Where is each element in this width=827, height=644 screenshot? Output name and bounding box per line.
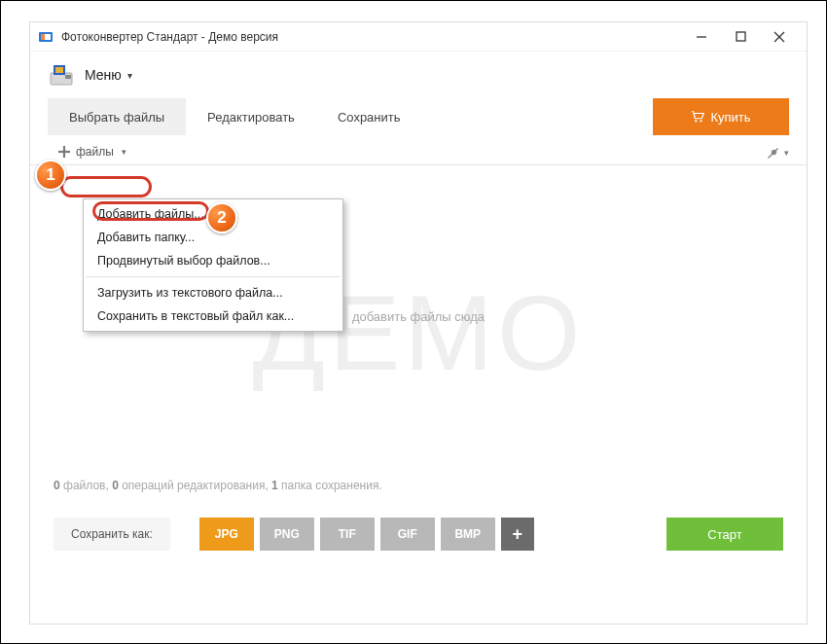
format-gif-button[interactable]: GIF bbox=[380, 518, 435, 551]
files-word: файлов, bbox=[60, 479, 112, 492]
menu-bar: Меню ▾ bbox=[30, 52, 807, 98]
format-jpg-button[interactable]: JPG bbox=[199, 518, 254, 551]
titlebar: Фотоконвертер Стандарт - Демо версия bbox=[30, 22, 807, 52]
menu-save-to-txt[interactable]: Сохранить в текстовый файл как... bbox=[84, 304, 342, 328]
annotation-badge-1: 1 bbox=[35, 160, 66, 191]
menu-load-from-txt[interactable]: Загрузить из текстового файла... bbox=[84, 281, 342, 304]
close-button[interactable] bbox=[760, 23, 799, 51]
svg-point-12 bbox=[701, 120, 702, 122]
svg-rect-4 bbox=[737, 32, 745, 41]
plus-icon bbox=[57, 145, 71, 159]
add-files-dropdown[interactable]: файлы ▾ bbox=[48, 141, 136, 164]
status-bar: 0 файлов, 0 операций редактирования, 1 п… bbox=[30, 467, 807, 504]
settings-button[interactable]: ▾ bbox=[765, 145, 789, 161]
buy-label: Купить bbox=[710, 110, 750, 125]
svg-rect-9 bbox=[55, 67, 63, 73]
maximize-button[interactable] bbox=[721, 23, 760, 51]
saveas-label: Сохранить как: bbox=[54, 518, 170, 551]
format-tif-button[interactable]: TIF bbox=[320, 518, 375, 551]
format-add-button[interactable]: + bbox=[501, 518, 534, 551]
ops-count: 0 bbox=[112, 479, 119, 492]
menu-separator bbox=[86, 276, 341, 277]
folders-count: 1 bbox=[271, 479, 278, 492]
format-png-button[interactable]: PNG bbox=[260, 518, 314, 551]
chevron-down-icon: ▾ bbox=[122, 147, 126, 157]
svg-rect-10 bbox=[65, 75, 71, 79]
svg-point-11 bbox=[696, 120, 698, 122]
app-icon bbox=[38, 29, 54, 45]
files-count: 0 bbox=[54, 479, 60, 492]
tab-edit[interactable]: Редактировать bbox=[186, 98, 316, 135]
format-bmp-button[interactable]: BMP bbox=[441, 518, 495, 551]
toolbar: файлы ▾ ▾ bbox=[30, 135, 807, 165]
start-button[interactable]: Старт bbox=[666, 518, 783, 551]
annotation-badge-2: 2 bbox=[206, 202, 237, 233]
cart-icon bbox=[691, 110, 704, 124]
buy-button[interactable]: Купить bbox=[653, 98, 789, 135]
bottom-bar: Сохранить как: JPG PNG TIF GIF BMP + Ста… bbox=[30, 504, 807, 570]
tab-save[interactable]: Сохранить bbox=[316, 98, 422, 135]
svg-rect-2 bbox=[41, 34, 45, 40]
menu-advanced-select[interactable]: Продвинутый выбор файлов... bbox=[84, 249, 342, 272]
menu-label: Меню bbox=[85, 67, 122, 83]
tab-select-files[interactable]: Выбрать файлы bbox=[48, 98, 186, 135]
menu-icon bbox=[48, 61, 75, 89]
minimize-button[interactable] bbox=[682, 23, 721, 51]
ops-word: операций редактирования, bbox=[119, 479, 271, 492]
files-dropdown-label: файлы bbox=[76, 145, 114, 159]
chevron-down-icon: ▾ bbox=[127, 70, 132, 81]
chevron-down-icon: ▾ bbox=[784, 148, 789, 158]
menu-button[interactable]: Меню ▾ bbox=[85, 67, 132, 83]
tabs-row: Выбрать файлы Редактировать Сохранить Ку… bbox=[30, 98, 807, 135]
folders-word: папка сохранения. bbox=[278, 479, 382, 492]
drop-hint: добавить файлы сюда bbox=[352, 309, 485, 324]
window-title: Фотоконвертер Стандарт - Демо версия bbox=[61, 30, 682, 44]
